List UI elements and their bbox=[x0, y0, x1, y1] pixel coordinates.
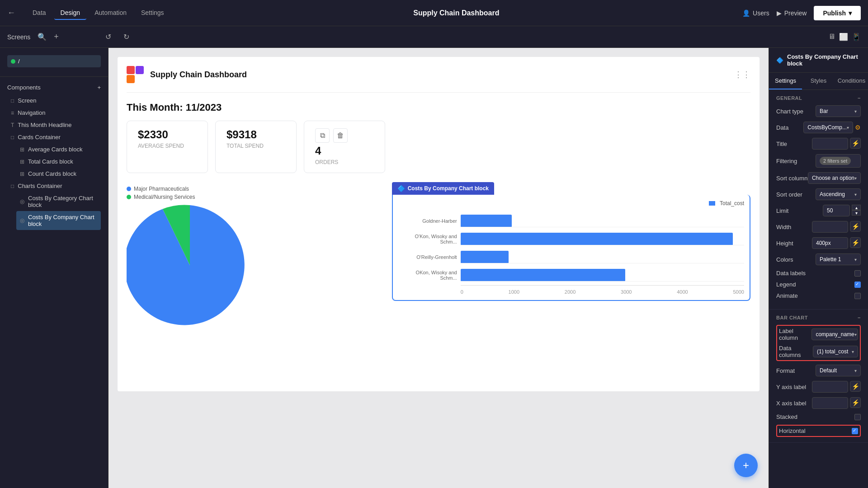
orders-value: 4 bbox=[315, 145, 374, 157]
total-spend-value: $9318 bbox=[226, 128, 285, 141]
desktop-view-button[interactable]: 🖥 bbox=[828, 33, 835, 41]
chart-type-select[interactable]: Bar ▾ bbox=[816, 105, 861, 117]
width-input[interactable] bbox=[812, 221, 848, 233]
screen-item-root[interactable]: / bbox=[7, 55, 101, 67]
sort-column-select[interactable]: Choose an option ▾ bbox=[808, 172, 861, 184]
y-axis-input[interactable] bbox=[812, 381, 848, 393]
data-labels-row: Data labels bbox=[776, 270, 861, 277]
sort-order-select[interactable]: Ascending ▾ bbox=[816, 188, 861, 200]
limit-down-button[interactable]: ▾ bbox=[852, 210, 861, 216]
y-axis-lightning[interactable]: ⚡ bbox=[850, 381, 861, 392]
limit-input[interactable] bbox=[823, 205, 850, 216]
sidebar-item-navigation[interactable]: ≡ Navigation bbox=[7, 107, 101, 119]
sidebar-item-cards-container[interactable]: □ Cards Container bbox=[7, 131, 101, 143]
tab-conditions[interactable]: Conditions bbox=[835, 73, 868, 89]
legend-item-nursing: Medical/Nursing Services bbox=[127, 194, 383, 200]
chart-type-label: Chart type bbox=[776, 108, 803, 115]
sidebar-item-screen[interactable]: □ Screen bbox=[7, 94, 101, 107]
sidebar-item-headline[interactable]: T This Month Headline bbox=[7, 119, 101, 131]
tab-design[interactable]: Design bbox=[54, 6, 87, 20]
height-lightning[interactable]: ⚡ bbox=[850, 237, 861, 248]
fab-button[interactable]: + bbox=[734, 454, 758, 477]
sidebar-item-count-cards[interactable]: ⊞ Count Cards block bbox=[16, 168, 101, 180]
legend-checkbox[interactable] bbox=[854, 282, 861, 288]
sidebar-item-charts-container[interactable]: □ Charts Container bbox=[7, 180, 101, 192]
label-column-label: Label column bbox=[779, 328, 811, 341]
data-select[interactable]: CostsByComp... ▾ bbox=[803, 122, 853, 133]
sidebar-item-average-cards[interactable]: ⊞ Average Cards block bbox=[16, 143, 101, 155]
gear-icon[interactable]: ⚙ bbox=[855, 124, 861, 131]
x-axis-input-group: ⚡ bbox=[812, 397, 861, 409]
undo-button[interactable]: ↺ bbox=[102, 31, 115, 43]
add-screen-icon[interactable]: + bbox=[54, 32, 59, 42]
users-label: Users bbox=[753, 9, 769, 17]
sort-column-value: Choose an option bbox=[812, 175, 854, 181]
width-lightning[interactable]: ⚡ bbox=[850, 221, 861, 232]
preview-button[interactable]: ▶ Preview bbox=[777, 9, 807, 17]
stacked-checkbox[interactable] bbox=[854, 414, 861, 420]
dashboard-header: Supply Chain Dashboard ⋮⋮ bbox=[127, 66, 750, 93]
search-icon[interactable]: 🔍 bbox=[38, 33, 47, 41]
data-row: Data CostsByComp... ▾ ⚙ bbox=[776, 122, 861, 133]
cards-row: $2330 AVERAGE SPEND $9318 TOTAL SPEND ⧉ … bbox=[127, 121, 750, 173]
collapse-icon[interactable]: − bbox=[858, 95, 861, 101]
sort-column-label: Sort column bbox=[776, 175, 807, 182]
x-axis-1: 1000 bbox=[509, 289, 519, 295]
charts-container-icon: □ bbox=[11, 183, 14, 189]
horizontal-checkbox[interactable] bbox=[852, 428, 858, 434]
limit-label: Limit bbox=[776, 207, 788, 214]
bar-label-1: O'Kon, Wisoky and Schm... bbox=[398, 234, 457, 244]
bar-chart-collapse-icon[interactable]: − bbox=[858, 315, 861, 320]
label-column-chevron: ▾ bbox=[854, 332, 857, 337]
x-axis-4: 4000 bbox=[677, 289, 688, 295]
tablet-view-button[interactable]: ⬜ bbox=[839, 33, 848, 41]
publish-button[interactable]: Publish ▾ bbox=[814, 6, 861, 20]
data-labels-checkbox[interactable] bbox=[854, 270, 861, 277]
sidebar-item-screen-label: Screen bbox=[18, 97, 36, 104]
title-input-group: ⚡ bbox=[812, 138, 861, 150]
delete-button[interactable]: 🗑 bbox=[333, 128, 348, 143]
x-axis: 0 1000 2000 3000 4000 5000 bbox=[461, 285, 744, 295]
tab-automation[interactable]: Automation bbox=[88, 6, 133, 20]
height-input[interactable] bbox=[812, 237, 848, 249]
animate-checkbox[interactable] bbox=[854, 293, 861, 299]
sidebar-item-company-chart[interactable]: ◎ Costs By Company Chart block bbox=[16, 211, 101, 230]
right-panel: 🔷 Costs By Company Chart block Settings … bbox=[769, 48, 868, 488]
sort-column-chevron: ▾ bbox=[854, 176, 857, 181]
users-button[interactable]: 👤 Users bbox=[742, 9, 769, 17]
general-section-title: GENERAL − bbox=[776, 95, 861, 101]
filtering-select[interactable]: 2 filters set bbox=[816, 154, 861, 168]
colors-select[interactable]: Palette 1 ▾ bbox=[816, 253, 861, 265]
bar-track-3 bbox=[461, 269, 744, 282]
tab-data[interactable]: Data bbox=[26, 6, 52, 20]
bar-grid-0 bbox=[461, 215, 744, 227]
redo-button[interactable]: ↻ bbox=[120, 31, 133, 43]
sidebar-item-category-chart[interactable]: ◎ Costs By Category Chart block bbox=[16, 192, 101, 211]
title-input[interactable] bbox=[812, 138, 848, 150]
limit-up-button[interactable]: ▴ bbox=[852, 205, 861, 210]
x-axis-label-label: X axis label bbox=[776, 400, 806, 407]
lightning-icon[interactable]: ⚡ bbox=[850, 138, 861, 149]
x-axis-5: 5000 bbox=[733, 289, 744, 295]
height-row: Height ⚡ bbox=[776, 237, 861, 249]
height-label: Height bbox=[776, 240, 793, 247]
tab-settings[interactable]: Settings bbox=[769, 73, 802, 89]
mobile-view-button[interactable]: 📱 bbox=[852, 33, 861, 41]
x-axis-lightning[interactable]: ⚡ bbox=[850, 397, 861, 408]
copy-button[interactable]: ⧉ bbox=[315, 128, 330, 143]
active-dot bbox=[11, 59, 15, 64]
bar-track-0 bbox=[461, 215, 744, 227]
tab-styles[interactable]: Styles bbox=[802, 73, 835, 89]
tab-settings[interactable]: Settings bbox=[135, 6, 170, 20]
x-axis-input[interactable] bbox=[812, 397, 848, 409]
bar-chart-area: 🔷 Costs By Company Chart block Total_cos… bbox=[392, 182, 750, 330]
label-column-select[interactable]: company_name ▾ bbox=[811, 328, 858, 340]
data-columns-select[interactable]: (1) total_cost ▾ bbox=[813, 346, 858, 357]
grid-icon[interactable]: ⋮⋮ bbox=[734, 70, 750, 80]
orders-card: ⧉ 🗑 4 ORDERS bbox=[304, 121, 385, 173]
nav-tabs: Data Design Automation Settings bbox=[26, 6, 170, 20]
format-select[interactable]: Default ▾ bbox=[816, 365, 861, 376]
add-component-icon[interactable]: + bbox=[97, 84, 101, 91]
sidebar-item-total-cards[interactable]: ⊞ Total Cards block bbox=[16, 155, 101, 168]
back-button[interactable]: ← bbox=[7, 8, 15, 18]
